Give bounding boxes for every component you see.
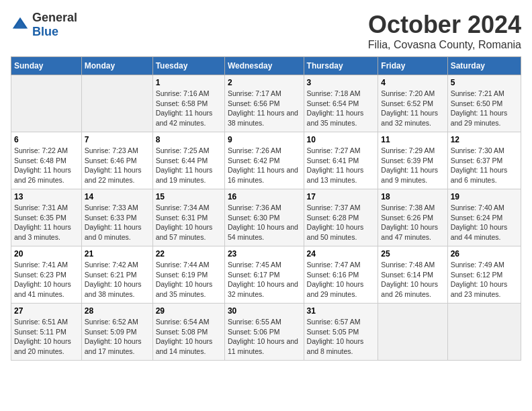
calendar-cell <box>11 75 82 132</box>
calendar-header: SundayMondayTuesdayWednesdayThursdayFrid… <box>11 57 521 75</box>
calendar-week-row: 1 Sunrise: 7:16 AMSunset: 6:58 PMDayligh… <box>11 75 521 132</box>
day-number: 13 <box>14 192 79 201</box>
day-info: Sunrise: 7:27 AMSunset: 6:41 PMDaylight:… <box>307 146 375 185</box>
day-info: Sunrise: 7:29 AMSunset: 6:39 PMDaylight:… <box>381 146 444 185</box>
day-info: Sunrise: 7:37 AMSunset: 6:28 PMDaylight:… <box>307 203 375 242</box>
calendar-table: SundayMondayTuesdayWednesdayThursdayFrid… <box>11 56 521 361</box>
day-info: Sunrise: 7:40 AMSunset: 6:24 PMDaylight:… <box>451 203 518 242</box>
day-info: Sunrise: 7:31 AMSunset: 6:35 PMDaylight:… <box>14 203 79 242</box>
day-info: Sunrise: 6:57 AMSunset: 5:05 PMDaylight:… <box>307 317 375 357</box>
logo-text: General Blue <box>32 11 77 39</box>
calendar-cell: 15 Sunrise: 7:34 AMSunset: 6:31 PMDaylig… <box>152 189 224 246</box>
calendar-cell: 2 Sunrise: 7:17 AMSunset: 6:56 PMDayligh… <box>224 75 304 132</box>
day-number: 23 <box>228 249 301 259</box>
weekday-header: Tuesday <box>152 57 224 75</box>
day-info: Sunrise: 7:42 AMSunset: 6:21 PMDaylight:… <box>85 260 150 300</box>
logo-blue: Blue <box>32 25 58 38</box>
calendar-cell: 16 Sunrise: 7:36 AMSunset: 6:30 PMDaylig… <box>224 189 304 246</box>
calendar-cell: 1 Sunrise: 7:16 AMSunset: 6:58 PMDayligh… <box>152 75 224 132</box>
calendar-cell <box>378 304 447 361</box>
day-info: Sunrise: 7:26 AMSunset: 6:42 PMDaylight:… <box>228 146 301 185</box>
calendar-cell: 29 Sunrise: 6:54 AMSunset: 5:08 PMDaylig… <box>152 304 224 361</box>
day-number: 29 <box>156 306 222 316</box>
day-number: 16 <box>228 192 301 201</box>
calendar-cell: 24 Sunrise: 7:47 AMSunset: 6:16 PMDaylig… <box>304 246 378 304</box>
day-info: Sunrise: 7:49 AMSunset: 6:12 PMDaylight:… <box>451 260 518 300</box>
day-info: Sunrise: 7:34 AMSunset: 6:31 PMDaylight:… <box>156 203 222 242</box>
day-info: Sunrise: 7:30 AMSunset: 6:37 PMDaylight:… <box>451 146 518 185</box>
day-info: Sunrise: 7:18 AMSunset: 6:54 PMDaylight:… <box>307 89 375 128</box>
calendar-cell: 5 Sunrise: 7:21 AMSunset: 6:50 PMDayligh… <box>447 75 521 132</box>
calendar-week-row: 6 Sunrise: 7:22 AMSunset: 6:48 PMDayligh… <box>11 132 521 189</box>
weekday-header: Monday <box>81 57 152 75</box>
calendar-cell: 21 Sunrise: 7:42 AMSunset: 6:21 PMDaylig… <box>81 246 152 304</box>
day-info: Sunrise: 6:54 AMSunset: 5:08 PMDaylight:… <box>156 317 222 357</box>
calendar-cell: 14 Sunrise: 7:33 AMSunset: 6:33 PMDaylig… <box>81 189 152 246</box>
location-title: Filia, Covasna County, Romania <box>368 39 521 51</box>
day-info: Sunrise: 7:23 AMSunset: 6:46 PMDaylight:… <box>85 146 150 185</box>
weekday-header: Saturday <box>447 57 521 75</box>
logo-general: General <box>32 11 77 24</box>
calendar-week-row: 20 Sunrise: 7:41 AMSunset: 6:23 PMDaylig… <box>11 246 521 304</box>
calendar-week-row: 13 Sunrise: 7:31 AMSunset: 6:35 PMDaylig… <box>11 189 521 246</box>
day-number: 17 <box>307 192 375 201</box>
day-info: Sunrise: 7:44 AMSunset: 6:19 PMDaylight:… <box>156 260 222 300</box>
calendar-body: 1 Sunrise: 7:16 AMSunset: 6:58 PMDayligh… <box>11 75 521 361</box>
day-info: Sunrise: 7:45 AMSunset: 6:17 PMDaylight:… <box>228 260 301 300</box>
day-number: 21 <box>85 249 150 259</box>
calendar-cell: 6 Sunrise: 7:22 AMSunset: 6:48 PMDayligh… <box>11 132 82 189</box>
day-number: 2 <box>228 78 301 87</box>
day-number: 24 <box>307 249 375 259</box>
day-info: Sunrise: 7:17 AMSunset: 6:56 PMDaylight:… <box>228 89 301 128</box>
calendar-cell: 25 Sunrise: 7:48 AMSunset: 6:14 PMDaylig… <box>378 246 447 304</box>
title-block: October 2024 Filia, Covasna County, Roma… <box>368 11 521 51</box>
calendar-cell: 7 Sunrise: 7:23 AMSunset: 6:46 PMDayligh… <box>81 132 152 189</box>
day-info: Sunrise: 6:52 AMSunset: 5:09 PMDaylight:… <box>85 317 150 357</box>
calendar-cell: 18 Sunrise: 7:38 AMSunset: 6:26 PMDaylig… <box>378 189 447 246</box>
calendar-cell: 23 Sunrise: 7:45 AMSunset: 6:17 PMDaylig… <box>224 246 304 304</box>
weekday-header: Sunday <box>11 57 82 75</box>
day-number: 8 <box>156 135 222 144</box>
day-info: Sunrise: 7:20 AMSunset: 6:52 PMDaylight:… <box>381 89 444 128</box>
calendar-cell <box>81 75 152 132</box>
calendar-cell: 3 Sunrise: 7:18 AMSunset: 6:54 PMDayligh… <box>304 75 378 132</box>
day-info: Sunrise: 7:48 AMSunset: 6:14 PMDaylight:… <box>381 260 444 300</box>
day-number: 10 <box>307 135 375 144</box>
logo-icon <box>11 15 30 34</box>
day-info: Sunrise: 7:47 AMSunset: 6:16 PMDaylight:… <box>307 260 375 300</box>
day-number: 15 <box>156 192 222 201</box>
day-number: 1 <box>156 78 222 87</box>
day-number: 11 <box>381 135 444 144</box>
calendar-cell: 9 Sunrise: 7:26 AMSunset: 6:42 PMDayligh… <box>224 132 304 189</box>
day-info: Sunrise: 7:33 AMSunset: 6:33 PMDaylight:… <box>85 203 150 242</box>
day-number: 25 <box>381 249 444 259</box>
calendar-week-row: 27 Sunrise: 6:51 AMSunset: 5:11 PMDaylig… <box>11 304 521 361</box>
calendar-cell: 22 Sunrise: 7:44 AMSunset: 6:19 PMDaylig… <box>152 246 224 304</box>
day-number: 7 <box>85 135 150 144</box>
calendar-cell <box>447 304 521 361</box>
day-number: 5 <box>451 78 518 87</box>
logo: General Blue <box>11 11 77 39</box>
calendar-cell: 12 Sunrise: 7:30 AMSunset: 6:37 PMDaylig… <box>447 132 521 189</box>
calendar-cell: 26 Sunrise: 7:49 AMSunset: 6:12 PMDaylig… <box>447 246 521 304</box>
calendar-cell: 13 Sunrise: 7:31 AMSunset: 6:35 PMDaylig… <box>11 189 82 246</box>
day-info: Sunrise: 7:25 AMSunset: 6:44 PMDaylight:… <box>156 146 222 185</box>
day-number: 18 <box>381 192 444 201</box>
month-title: October 2024 <box>368 11 521 39</box>
day-number: 20 <box>14 249 79 259</box>
day-number: 28 <box>85 306 150 316</box>
calendar-cell: 8 Sunrise: 7:25 AMSunset: 6:44 PMDayligh… <box>152 132 224 189</box>
weekday-row: SundayMondayTuesdayWednesdayThursdayFrid… <box>11 57 521 75</box>
day-number: 6 <box>14 135 79 144</box>
day-number: 31 <box>307 306 375 316</box>
day-number: 14 <box>85 192 150 201</box>
day-number: 3 <box>307 78 375 87</box>
day-number: 12 <box>451 135 518 144</box>
day-info: Sunrise: 7:41 AMSunset: 6:23 PMDaylight:… <box>14 260 79 300</box>
calendar-cell: 19 Sunrise: 7:40 AMSunset: 6:24 PMDaylig… <box>447 189 521 246</box>
calendar-cell: 4 Sunrise: 7:20 AMSunset: 6:52 PMDayligh… <box>378 75 447 132</box>
calendar-cell: 27 Sunrise: 6:51 AMSunset: 5:11 PMDaylig… <box>11 304 82 361</box>
calendar-cell: 11 Sunrise: 7:29 AMSunset: 6:39 PMDaylig… <box>378 132 447 189</box>
day-info: Sunrise: 7:22 AMSunset: 6:48 PMDaylight:… <box>14 146 79 185</box>
weekday-header: Wednesday <box>224 57 304 75</box>
